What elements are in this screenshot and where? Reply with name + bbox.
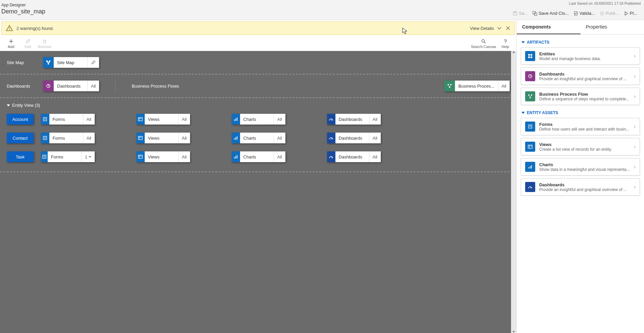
charts-tile[interactable]: Charts All — [232, 133, 285, 143]
forms-tile[interactable]: Forms All — [41, 133, 95, 143]
card-bpf[interactable]: Business Process FlowDefine a sequence o… — [521, 88, 640, 105]
dashboards-count[interactable]: All — [369, 151, 381, 162]
entity-chip-contact[interactable]: Contact — [7, 133, 34, 143]
charts-count[interactable]: All — [274, 114, 285, 125]
card-title: Entities — [539, 51, 630, 56]
add-button[interactable]: Add — [3, 37, 19, 50]
main-area: 2 warning(s) found. View Details Add Edi… — [0, 20, 644, 333]
help-icon — [503, 39, 508, 44]
views-count[interactable]: All — [178, 114, 190, 125]
tab-properties[interactable]: Properties — [581, 20, 644, 34]
forms-label: Forms — [48, 151, 81, 162]
card-charts[interactable]: ChartsShow data in a meaningful and visu… — [521, 158, 640, 176]
chart-icon — [525, 162, 535, 172]
save-button[interactable]: Sa... — [511, 9, 529, 18]
dashboards-all[interactable]: All — [87, 81, 99, 91]
header-left: App Designer Demo_site_map — [1, 3, 511, 15]
svg-rect-50 — [528, 56, 530, 58]
chevron-down-icon — [89, 156, 91, 158]
sitemap-tile-label: Site Map — [54, 57, 87, 68]
design-canvas[interactable]: Site Map Site Map Dashboards — [0, 51, 516, 333]
charts-tile[interactable]: Charts All — [232, 151, 285, 162]
svg-rect-38 — [43, 155, 46, 158]
dashboards-tile-label: Dashboards — [54, 81, 87, 91]
group-artifacts-label: ARTIFACTS — [527, 40, 549, 45]
charts-tile[interactable]: Charts All — [232, 114, 285, 125]
entity-grid: Account Forms All Views All — [0, 108, 516, 172]
search-canvas-button[interactable]: Search Canvas — [470, 37, 497, 50]
card-desc: Provide an insightful and graphical over… — [539, 77, 630, 81]
bpf-tile-label: Business Proces... — [455, 81, 498, 91]
card-desc: Create a list view of records for an ent… — [539, 147, 630, 152]
forms-tile[interactable]: Forms All — [41, 114, 95, 125]
svg-rect-28 — [43, 136, 47, 140]
views-label: Views — [145, 133, 178, 143]
svg-line-65 — [530, 187, 531, 188]
group-artifacts-header[interactable]: ARTIFACTS — [521, 37, 640, 47]
forms-count[interactable]: All — [83, 133, 95, 143]
validate-button[interactable]: Valida... — [572, 9, 596, 18]
edit-button[interactable]: Edit — [19, 37, 36, 50]
canvas-scrollbar[interactable] — [511, 51, 516, 333]
sitemap-edit-button[interactable] — [87, 57, 99, 68]
save-and-close-button[interactable]: Save And Clo... — [531, 9, 570, 18]
charts-count[interactable]: All — [274, 151, 285, 162]
group-assets-label: ENTITY ASSETS — [527, 110, 558, 115]
svg-rect-12 — [49, 60, 50, 62]
sitemap-tile[interactable]: Site Map — [43, 57, 99, 68]
charts-count[interactable]: All — [274, 133, 285, 143]
card-dashboards-asset[interactable]: DashboardsProvide an insightful and grap… — [521, 178, 640, 196]
views-count[interactable]: All — [178, 151, 190, 162]
svg-point-54 — [531, 94, 532, 96]
form-icon — [525, 122, 535, 132]
view-details-link[interactable]: View Details — [470, 26, 494, 31]
pencil-icon — [25, 39, 31, 44]
views-count[interactable]: All — [178, 133, 190, 143]
help-button[interactable]: Help — [497, 37, 514, 50]
dashboards-tile[interactable]: Dashboards All — [43, 81, 99, 91]
chevron-right-icon: › — [634, 73, 636, 79]
chevron-down-icon[interactable] — [497, 26, 502, 31]
sidebar-tabs: Components Properties — [517, 20, 644, 35]
views-tile[interactable]: Views All — [136, 133, 190, 143]
chevron-right-icon: › — [634, 53, 636, 59]
publish-button[interactable]: Publi... — [598, 9, 620, 18]
views-tile[interactable]: Views All — [136, 114, 190, 125]
edit-label: Edit — [25, 45, 31, 49]
svg-rect-34 — [234, 138, 235, 140]
dashboards-count[interactable]: All — [369, 133, 381, 143]
svg-rect-49 — [531, 54, 532, 56]
forms-count-dropdown[interactable]: 1 — [81, 151, 95, 162]
tab-components[interactable]: Components — [517, 20, 581, 34]
plus-icon — [8, 39, 14, 44]
card-entities[interactable]: EntitiesModel and manage business data. … — [521, 47, 640, 65]
bpf-tile[interactable]: Business Proces... All — [444, 81, 510, 91]
svg-rect-56 — [528, 125, 532, 128]
card-views[interactable]: ViewsCreate a list view of records for a… — [521, 138, 640, 155]
card-forms[interactable]: FormsDefine how users will see and inter… — [521, 118, 640, 135]
entity-chip-account[interactable]: Account — [7, 114, 34, 125]
entities-icon — [525, 51, 535, 61]
dashboards-count[interactable]: All — [369, 114, 381, 125]
card-dashboards[interactable]: DashboardsProvide an insightful and grap… — [521, 67, 640, 85]
entity-view-header[interactable]: Entity View (3) — [0, 98, 516, 108]
canvas-wrap: 2 warning(s) found. View Details Add Edi… — [0, 20, 516, 333]
entity-dashboards-tile[interactable]: Dashboards All — [327, 114, 381, 125]
view-icon — [136, 114, 145, 125]
forms-count[interactable]: All — [83, 114, 95, 125]
entity-dashboards-tile[interactable]: Dashboards All — [327, 133, 381, 143]
play-button[interactable]: Pl... — [623, 9, 639, 18]
search-label: Search Canvas — [471, 45, 496, 49]
remove-button[interactable]: Remove — [36, 37, 53, 50]
entity-chip-task[interactable]: Task — [7, 151, 34, 162]
views-tile[interactable]: Views All — [136, 151, 190, 162]
close-icon[interactable] — [505, 26, 511, 31]
forms-tile[interactable]: Forms 1 — [41, 151, 95, 162]
group-assets-header[interactable]: ENTITY ASSETS — [521, 108, 640, 118]
view-icon — [136, 151, 145, 162]
dashboards-label: Dashboards — [335, 151, 369, 162]
gauge-icon — [327, 114, 335, 125]
entity-dashboards-tile[interactable]: Dashboards All — [327, 151, 381, 162]
chevron-right-icon: › — [634, 93, 636, 99]
bpf-all[interactable]: All — [498, 81, 510, 91]
